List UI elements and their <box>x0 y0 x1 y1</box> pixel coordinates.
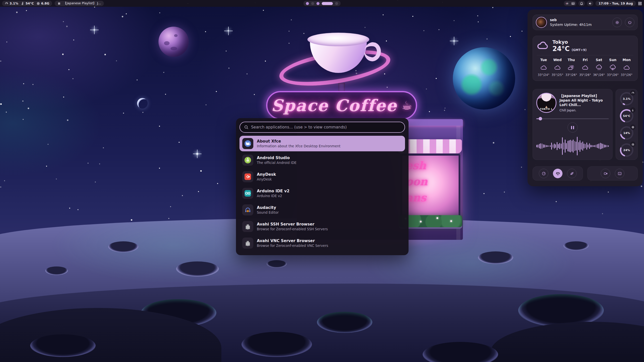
power-saver-profile-button[interactable] <box>567 169 577 178</box>
clock-label: 17:09 - Tue, 19 Aug <box>598 2 633 5</box>
chip-icon <box>630 124 635 130</box>
app-row-audacity[interactable]: Audacity Sound Editor <box>239 202 405 218</box>
chip-icon <box>36 2 40 5</box>
workspace-dot-3[interactable] <box>316 2 319 5</box>
workspace-indicator[interactable] <box>303 1 341 6</box>
workspace-dot-1[interactable] <box>306 2 309 5</box>
audio-visualizer <box>536 136 609 156</box>
app-description: Browse for Zeroconf-enabled VNC Servers <box>257 244 328 248</box>
pause-button[interactable] <box>568 122 578 132</box>
disk-gauge: 24% <box>619 142 634 158</box>
system-gauges-card: 3.1% 54°C 14% 24% <box>616 89 638 160</box>
app-description: Information about the Xfce Desktop Envir… <box>257 144 340 148</box>
app-description: Browse for Zeroconf-enabled SSH Servers <box>257 227 328 231</box>
workspace-dot-2[interactable] <box>311 2 314 5</box>
bell-icon <box>580 2 583 5</box>
app-row-avahi-vnc[interactable]: Avahi VNC Server Browser Browse for Zero… <box>239 235 405 251</box>
rainy-icon <box>596 64 602 71</box>
screen-record-button[interactable] <box>601 169 610 178</box>
balanced-profile-button[interactable] <box>553 169 562 178</box>
album-art-text: TOKYO L <box>537 108 556 110</box>
clock-button[interactable]: 17:09 - Tue, 19 Aug <box>595 1 636 6</box>
search-icon <box>244 125 249 129</box>
drive-icon <box>630 142 635 147</box>
control-sidebar: seb System Uptime: 4h11m Tokyo 24°C (GMT… <box>528 10 643 186</box>
app-list: About Xfce Information about the Xfce De… <box>239 135 405 251</box>
search-input[interactable] <box>251 125 400 129</box>
now-playing-pill[interactable]: 【Japanese Playlist】 J... <box>55 1 104 6</box>
neon-sign: Space Coffee ☕ <box>266 91 417 120</box>
seek-handle[interactable] <box>539 117 542 120</box>
wallpaper-icon <box>571 2 575 5</box>
tray-pill[interactable] <box>564 1 576 6</box>
temperature-gauge: 54°C <box>619 108 634 124</box>
app-name: AnyDesk <box>257 172 276 177</box>
workspace-dot-5[interactable] <box>335 2 338 5</box>
app-description: Arduino IDE v2 <box>257 194 290 198</box>
screenshot-icon <box>618 171 622 176</box>
system-stats-pill[interactable]: 3.1% 54°C 6.8G <box>2 1 52 6</box>
power-button[interactable] <box>625 18 634 27</box>
sign-post <box>338 83 345 92</box>
forecast-day: Thu 33°/26° <box>565 58 578 77</box>
arduino-infinity-icon <box>242 188 253 199</box>
power-icon <box>628 20 632 25</box>
forecast-day: Sun 33°/26° <box>606 58 620 77</box>
temp-stat: 54°C <box>21 2 34 5</box>
username: seb <box>550 18 609 22</box>
album-art: TOKYO L <box>536 93 556 113</box>
seek-track <box>536 118 609 119</box>
network-jack-icon <box>242 238 253 249</box>
volume-button[interactable] <box>587 1 593 6</box>
window-neon-sign: esh oon ans <box>406 158 428 206</box>
app-row-anydesk[interactable]: AnyDesk AnyDesk <box>239 169 405 185</box>
settings-button[interactable] <box>612 18 622 27</box>
app-description: AnyDesk <box>257 177 276 181</box>
xfce-mouse-icon <box>242 138 253 149</box>
network-traffic-icon <box>565 2 569 5</box>
cpu-gauge: 3.1% <box>619 91 634 107</box>
performance-profile-button[interactable] <box>539 169 548 178</box>
cloudy-icon <box>554 64 561 71</box>
weather-timezone: (GMT+9) <box>572 48 586 52</box>
app-row-arduino-ide[interactable]: Arduino IDE v2 Arduino IDE v2 <box>239 186 405 201</box>
forecast-day: Wed 35°/25° <box>551 58 564 77</box>
seek-bar[interactable] <box>536 117 609 120</box>
stormy-icon <box>610 64 616 71</box>
overview-icon[interactable] <box>638 2 642 6</box>
app-description: The official Android IDE <box>257 161 297 165</box>
cpu-stat: 3.1% <box>5 2 18 5</box>
notifications-button[interactable] <box>578 1 585 6</box>
app-row-android-studio[interactable]: Android Studio The official Android IDE <box>239 152 405 168</box>
app-name: Avahi VNC Server Browser <box>257 239 328 243</box>
thermometer-icon <box>21 2 24 5</box>
seek-fill <box>536 118 539 119</box>
partly-sunny-icon <box>568 64 575 71</box>
app-name: Audacity <box>257 205 279 210</box>
track-title: 【Japanese Playlist】 Japan All Night - To… <box>559 94 609 107</box>
now-playing-label: 【Japanese Playlist】 J... <box>63 1 101 6</box>
weather-city: Tokyo <box>552 39 587 45</box>
network-jack-icon <box>242 221 253 232</box>
memory-gauge: 14% <box>619 125 634 141</box>
video-camera-icon <box>603 171 608 176</box>
scales-icon <box>556 171 560 176</box>
launcher-search[interactable] <box>239 122 405 133</box>
track-artist: Chill Japan. <box>559 109 609 112</box>
audacity-headphones-icon <box>242 204 253 215</box>
pause-icon <box>57 2 61 5</box>
app-row-avahi-ssh[interactable]: Avahi SSH Server Browser Browse for Zero… <box>239 219 405 234</box>
workspace-dot-4[interactable] <box>322 2 333 5</box>
screenshot-button[interactable] <box>615 169 624 178</box>
media-player-card: TOKYO L 【Japanese Playlist】 Japan All Ni… <box>533 89 613 160</box>
capture-tools-group <box>587 166 638 180</box>
app-description: Sound Editor <box>257 210 279 214</box>
speedometer-icon <box>542 171 546 176</box>
app-row-about-xfce[interactable]: About Xfce Information about the Xfce De… <box>239 136 405 151</box>
system-uptime: System Uptime: 4h11m <box>550 22 609 27</box>
cloudy-icon <box>623 64 630 71</box>
forecast-day: Sat 36°/26° <box>592 58 606 77</box>
app-name: Arduino IDE v2 <box>257 189 290 194</box>
cloudy-icon <box>582 64 589 71</box>
coffee-cup-icon: ☕ <box>402 99 412 112</box>
